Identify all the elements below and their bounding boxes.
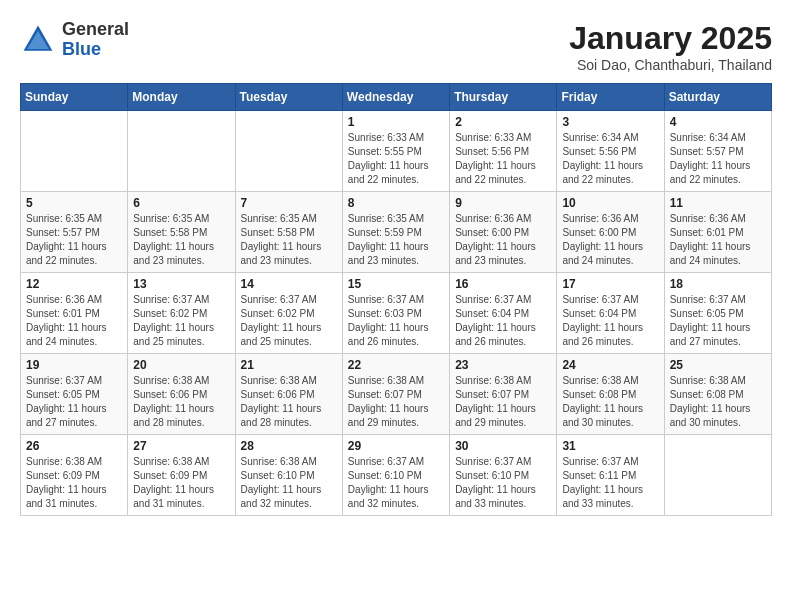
- calendar-week-row: 26Sunrise: 6:38 AMSunset: 6:09 PMDayligh…: [21, 435, 772, 516]
- calendar-cell: 23Sunrise: 6:38 AMSunset: 6:07 PMDayligh…: [450, 354, 557, 435]
- day-info: Sunrise: 6:33 AMSunset: 5:56 PMDaylight:…: [455, 131, 551, 187]
- day-info: Sunrise: 6:35 AMSunset: 5:58 PMDaylight:…: [241, 212, 337, 268]
- day-info: Sunrise: 6:38 AMSunset: 6:08 PMDaylight:…: [562, 374, 658, 430]
- day-number: 21: [241, 358, 337, 372]
- day-info: Sunrise: 6:38 AMSunset: 6:07 PMDaylight:…: [455, 374, 551, 430]
- day-number: 19: [26, 358, 122, 372]
- day-info: Sunrise: 6:34 AMSunset: 5:56 PMDaylight:…: [562, 131, 658, 187]
- day-info: Sunrise: 6:37 AMSunset: 6:02 PMDaylight:…: [133, 293, 229, 349]
- calendar-cell: 4Sunrise: 6:34 AMSunset: 5:57 PMDaylight…: [664, 111, 771, 192]
- logo-blue: Blue: [62, 40, 129, 60]
- day-info: Sunrise: 6:37 AMSunset: 6:04 PMDaylight:…: [455, 293, 551, 349]
- day-info: Sunrise: 6:38 AMSunset: 6:09 PMDaylight:…: [133, 455, 229, 511]
- day-number: 26: [26, 439, 122, 453]
- day-number: 7: [241, 196, 337, 210]
- calendar-cell: 15Sunrise: 6:37 AMSunset: 6:03 PMDayligh…: [342, 273, 449, 354]
- calendar-cell: 20Sunrise: 6:38 AMSunset: 6:06 PMDayligh…: [128, 354, 235, 435]
- calendar-cell: 17Sunrise: 6:37 AMSunset: 6:04 PMDayligh…: [557, 273, 664, 354]
- logo-text: General Blue: [62, 20, 129, 60]
- calendar-cell: 21Sunrise: 6:38 AMSunset: 6:06 PMDayligh…: [235, 354, 342, 435]
- calendar-cell: 31Sunrise: 6:37 AMSunset: 6:11 PMDayligh…: [557, 435, 664, 516]
- day-number: 15: [348, 277, 444, 291]
- day-number: 4: [670, 115, 766, 129]
- day-info: Sunrise: 6:33 AMSunset: 5:55 PMDaylight:…: [348, 131, 444, 187]
- day-info: Sunrise: 6:38 AMSunset: 6:06 PMDaylight:…: [241, 374, 337, 430]
- calendar-cell: 12Sunrise: 6:36 AMSunset: 6:01 PMDayligh…: [21, 273, 128, 354]
- day-info: Sunrise: 6:36 AMSunset: 6:00 PMDaylight:…: [562, 212, 658, 268]
- calendar-cell: 22Sunrise: 6:38 AMSunset: 6:07 PMDayligh…: [342, 354, 449, 435]
- day-number: 17: [562, 277, 658, 291]
- calendar-cell: 29Sunrise: 6:37 AMSunset: 6:10 PMDayligh…: [342, 435, 449, 516]
- day-info: Sunrise: 6:36 AMSunset: 6:01 PMDaylight:…: [670, 212, 766, 268]
- day-info: Sunrise: 6:38 AMSunset: 6:09 PMDaylight:…: [26, 455, 122, 511]
- weekday-header: Thursday: [450, 84, 557, 111]
- day-info: Sunrise: 6:37 AMSunset: 6:10 PMDaylight:…: [455, 455, 551, 511]
- calendar-table: SundayMondayTuesdayWednesdayThursdayFrid…: [20, 83, 772, 516]
- day-info: Sunrise: 6:37 AMSunset: 6:03 PMDaylight:…: [348, 293, 444, 349]
- calendar-week-row: 1Sunrise: 6:33 AMSunset: 5:55 PMDaylight…: [21, 111, 772, 192]
- calendar-cell: [235, 111, 342, 192]
- calendar-cell: 16Sunrise: 6:37 AMSunset: 6:04 PMDayligh…: [450, 273, 557, 354]
- calendar-cell: 1Sunrise: 6:33 AMSunset: 5:55 PMDaylight…: [342, 111, 449, 192]
- calendar-cell: 9Sunrise: 6:36 AMSunset: 6:00 PMDaylight…: [450, 192, 557, 273]
- logo-general: General: [62, 20, 129, 40]
- day-number: 30: [455, 439, 551, 453]
- day-info: Sunrise: 6:36 AMSunset: 6:00 PMDaylight:…: [455, 212, 551, 268]
- day-info: Sunrise: 6:38 AMSunset: 6:10 PMDaylight:…: [241, 455, 337, 511]
- weekday-header: Saturday: [664, 84, 771, 111]
- calendar-cell: 25Sunrise: 6:38 AMSunset: 6:08 PMDayligh…: [664, 354, 771, 435]
- day-info: Sunrise: 6:37 AMSunset: 6:05 PMDaylight:…: [670, 293, 766, 349]
- calendar-cell: 2Sunrise: 6:33 AMSunset: 5:56 PMDaylight…: [450, 111, 557, 192]
- month-title: January 2025: [569, 20, 772, 57]
- calendar-cell: [664, 435, 771, 516]
- day-info: Sunrise: 6:34 AMSunset: 5:57 PMDaylight:…: [670, 131, 766, 187]
- day-number: 12: [26, 277, 122, 291]
- day-number: 31: [562, 439, 658, 453]
- day-number: 9: [455, 196, 551, 210]
- logo: General Blue: [20, 20, 129, 60]
- day-info: Sunrise: 6:35 AMSunset: 5:57 PMDaylight:…: [26, 212, 122, 268]
- calendar-cell: 26Sunrise: 6:38 AMSunset: 6:09 PMDayligh…: [21, 435, 128, 516]
- day-number: 13: [133, 277, 229, 291]
- day-info: Sunrise: 6:37 AMSunset: 6:02 PMDaylight:…: [241, 293, 337, 349]
- calendar-week-row: 5Sunrise: 6:35 AMSunset: 5:57 PMDaylight…: [21, 192, 772, 273]
- day-info: Sunrise: 6:35 AMSunset: 5:58 PMDaylight:…: [133, 212, 229, 268]
- calendar-cell: 28Sunrise: 6:38 AMSunset: 6:10 PMDayligh…: [235, 435, 342, 516]
- day-number: 22: [348, 358, 444, 372]
- calendar-cell: 5Sunrise: 6:35 AMSunset: 5:57 PMDaylight…: [21, 192, 128, 273]
- calendar-cell: 27Sunrise: 6:38 AMSunset: 6:09 PMDayligh…: [128, 435, 235, 516]
- day-number: 1: [348, 115, 444, 129]
- day-number: 14: [241, 277, 337, 291]
- day-number: 29: [348, 439, 444, 453]
- day-info: Sunrise: 6:38 AMSunset: 6:06 PMDaylight:…: [133, 374, 229, 430]
- calendar-week-row: 19Sunrise: 6:37 AMSunset: 6:05 PMDayligh…: [21, 354, 772, 435]
- weekday-header: Monday: [128, 84, 235, 111]
- day-info: Sunrise: 6:37 AMSunset: 6:11 PMDaylight:…: [562, 455, 658, 511]
- day-info: Sunrise: 6:35 AMSunset: 5:59 PMDaylight:…: [348, 212, 444, 268]
- day-info: Sunrise: 6:37 AMSunset: 6:05 PMDaylight:…: [26, 374, 122, 430]
- weekday-header: Tuesday: [235, 84, 342, 111]
- calendar-cell: 30Sunrise: 6:37 AMSunset: 6:10 PMDayligh…: [450, 435, 557, 516]
- day-info: Sunrise: 6:38 AMSunset: 6:08 PMDaylight:…: [670, 374, 766, 430]
- day-info: Sunrise: 6:37 AMSunset: 6:10 PMDaylight:…: [348, 455, 444, 511]
- calendar-cell: 14Sunrise: 6:37 AMSunset: 6:02 PMDayligh…: [235, 273, 342, 354]
- day-number: 20: [133, 358, 229, 372]
- day-number: 2: [455, 115, 551, 129]
- day-number: 6: [133, 196, 229, 210]
- day-number: 23: [455, 358, 551, 372]
- day-info: Sunrise: 6:36 AMSunset: 6:01 PMDaylight:…: [26, 293, 122, 349]
- calendar-cell: 13Sunrise: 6:37 AMSunset: 6:02 PMDayligh…: [128, 273, 235, 354]
- page-header: General Blue January 2025 Soi Dao, Chant…: [20, 20, 772, 73]
- day-number: 10: [562, 196, 658, 210]
- day-number: 3: [562, 115, 658, 129]
- calendar-cell: 11Sunrise: 6:36 AMSunset: 6:01 PMDayligh…: [664, 192, 771, 273]
- title-block: January 2025 Soi Dao, Chanthaburi, Thail…: [569, 20, 772, 73]
- weekday-header: Wednesday: [342, 84, 449, 111]
- calendar-cell: [21, 111, 128, 192]
- calendar-cell: 19Sunrise: 6:37 AMSunset: 6:05 PMDayligh…: [21, 354, 128, 435]
- day-number: 5: [26, 196, 122, 210]
- day-number: 27: [133, 439, 229, 453]
- calendar-cell: 3Sunrise: 6:34 AMSunset: 5:56 PMDaylight…: [557, 111, 664, 192]
- calendar-cell: 10Sunrise: 6:36 AMSunset: 6:00 PMDayligh…: [557, 192, 664, 273]
- day-number: 25: [670, 358, 766, 372]
